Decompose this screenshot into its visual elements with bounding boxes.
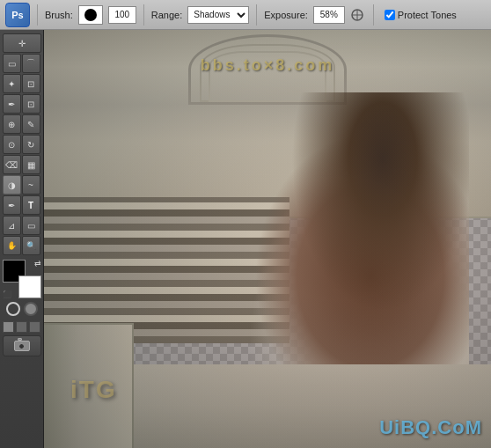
gradient-icon: ▦ xyxy=(27,160,35,170)
dodge-button[interactable]: ◑ xyxy=(3,175,21,195)
protect-tones-label: Protect Tones xyxy=(398,10,457,20)
standard-mode-button[interactable] xyxy=(6,302,20,316)
exposure-label: Exposure: xyxy=(264,10,308,20)
brush-label: Brush: xyxy=(45,10,73,20)
heal-button[interactable]: ⊕ xyxy=(3,114,21,134)
tool-row-select: ▭ ⌒ xyxy=(3,54,41,73)
history-brush-button[interactable]: ↻ xyxy=(22,135,40,154)
background-color-swatch[interactable] xyxy=(18,275,41,298)
canvas-area[interactable]: bbs.to×8.com iTG UiBQ.CoM xyxy=(44,30,491,448)
brush-circle xyxy=(84,9,97,21)
clone-button[interactable]: ⊙ xyxy=(3,135,21,154)
eyedropper-icon: ✒ xyxy=(8,99,15,109)
warm-overlay xyxy=(44,30,491,448)
magic-wand-button[interactable]: ✦ xyxy=(3,74,21,93)
tool-row-heal: ⊕ ✎ xyxy=(3,114,41,134)
toolbar-separator-3 xyxy=(256,4,257,26)
eraser-button[interactable]: ⌫ xyxy=(3,155,21,174)
quick-mask-button[interactable] xyxy=(24,302,38,316)
measure-button[interactable]: ⊡ xyxy=(22,94,40,114)
tool-row-nav: ✋ 🔍 xyxy=(3,236,41,255)
standard-screen-button[interactable] xyxy=(3,321,14,333)
tool-row-dodge: ◑ ~ xyxy=(3,175,41,195)
screen-modes xyxy=(3,321,40,333)
pen-button[interactable]: ✒ xyxy=(3,195,21,215)
lasso-tool-button[interactable]: ⌒ xyxy=(22,54,40,73)
protect-tones-checkbox[interactable] xyxy=(385,10,395,20)
airbrush-icon[interactable] xyxy=(348,6,366,24)
protect-tones-container[interactable]: Protect Tones xyxy=(385,10,457,20)
smudge-button[interactable]: ~ xyxy=(22,175,40,195)
brush-button[interactable]: ✎ xyxy=(22,114,40,134)
exposure-input[interactable] xyxy=(313,6,345,24)
clone-icon: ⊙ xyxy=(8,140,15,150)
move-tool-button[interactable] xyxy=(3,33,41,53)
marquee-tool-button[interactable]: ▭ xyxy=(3,54,21,73)
type-icon: T xyxy=(28,201,33,210)
range-label: Range: xyxy=(151,10,182,20)
history-brush-icon: ↻ xyxy=(27,140,34,150)
shape-button[interactable]: ▭ xyxy=(22,216,40,235)
crop-tool-button[interactable]: ⊡ xyxy=(22,74,40,93)
full-screen-button[interactable] xyxy=(29,321,40,333)
path-icon: ⊿ xyxy=(8,221,15,231)
top-toolbar: Ps Brush: Range: Shadows Midtones Highli… xyxy=(0,0,491,30)
move-icon xyxy=(18,39,26,48)
brush-icon: ✎ xyxy=(27,120,34,129)
tool-row-pen: ✒ T xyxy=(3,195,41,215)
camera-flash xyxy=(18,338,22,341)
pen-icon: ✒ xyxy=(8,201,15,210)
magic-wand-icon: ✦ xyxy=(8,79,15,89)
gradient-button[interactable]: ▦ xyxy=(22,155,40,174)
left-toolbar: ▭ ⌒ ✦ ⊡ ✒ ⊡ ⊕ xyxy=(0,30,44,448)
toolbar-separator-4 xyxy=(373,4,374,26)
zoom-button[interactable]: 🔍 xyxy=(22,236,40,255)
shape-icon: ▭ xyxy=(27,221,35,231)
tool-row-eraser: ⌫ ▦ xyxy=(3,155,41,174)
tool-row-clone: ⊙ ↻ xyxy=(3,135,41,154)
tool-row-move xyxy=(3,33,41,53)
quick-mask-row xyxy=(3,301,41,317)
heal-icon: ⊕ xyxy=(8,120,15,129)
eyedropper-button[interactable]: ✒ xyxy=(3,94,21,114)
brush-preview[interactable] xyxy=(78,5,103,25)
main-area: ▭ ⌒ ✦ ⊡ ✒ ⊡ ⊕ xyxy=(0,30,491,448)
toolbar-separator-1 xyxy=(37,4,38,26)
camera-lens xyxy=(18,343,25,349)
hand-button[interactable]: ✋ xyxy=(3,236,21,255)
range-select[interactable]: Shadows Midtones Highlights xyxy=(187,6,249,24)
lasso-icon: ⌒ xyxy=(26,57,35,70)
eraser-icon: ⌫ xyxy=(5,160,18,170)
zoom-icon: 🔍 xyxy=(26,241,36,250)
canvas-content: bbs.to×8.com iTG UiBQ.CoM xyxy=(44,30,491,448)
camera-button[interactable] xyxy=(3,335,41,356)
reset-colors-icon[interactable]: ⬛ xyxy=(3,290,11,298)
swap-colors-icon[interactable]: ⇄ xyxy=(34,260,41,268)
brush-size-input[interactable] xyxy=(108,6,136,24)
type-button[interactable]: T xyxy=(22,195,40,215)
full-screen-menu-button[interactable] xyxy=(16,321,27,333)
camera-icon xyxy=(14,341,30,351)
tool-row-eyedrop: ✒ ⊡ xyxy=(3,94,41,114)
smudge-icon: ~ xyxy=(28,180,33,190)
marquee-icon: ▭ xyxy=(8,59,16,69)
path-select-button[interactable]: ⊿ xyxy=(3,216,21,235)
toolbar-separator-2 xyxy=(143,4,144,26)
hand-icon: ✋ xyxy=(7,241,17,250)
measure-icon: ⊡ xyxy=(27,99,34,109)
tool-row-path: ⊿ ▭ xyxy=(3,216,41,235)
crop-icon: ⊡ xyxy=(27,79,34,89)
tool-row-magic: ✦ ⊡ xyxy=(3,74,41,93)
color-swatch-container: ⇄ ⬛ xyxy=(3,260,41,298)
dodge-icon: ◑ xyxy=(8,180,16,190)
ps-logo: Ps xyxy=(5,3,30,27)
